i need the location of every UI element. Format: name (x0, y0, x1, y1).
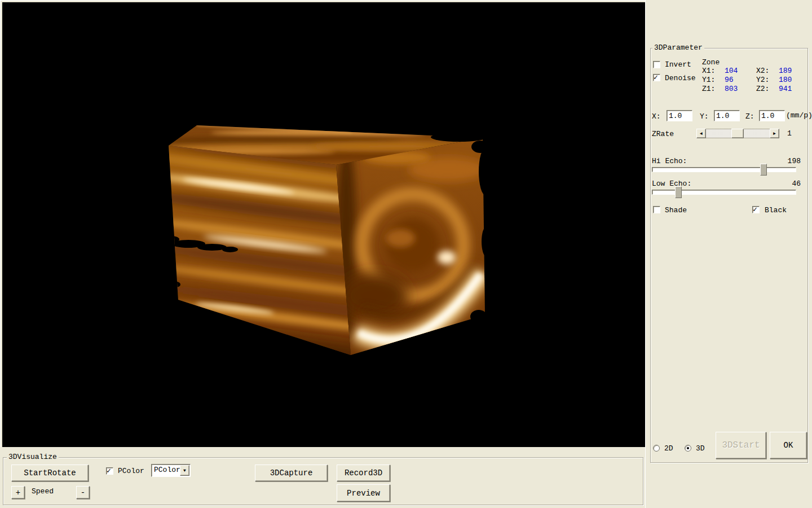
mode-2d-label: 2D (664, 444, 673, 453)
low-echo-track[interactable] (652, 190, 796, 195)
preview-button[interactable]: Preview (337, 484, 390, 502)
scale-unit-label: (mm/p) (786, 111, 812, 120)
speed-label: Speed (32, 487, 54, 496)
mode-3d-radio[interactable] (685, 445, 691, 452)
denoise-checkbox[interactable] (653, 74, 660, 81)
shade-label: Shade (665, 206, 687, 214)
start-rotate-button[interactable]: StartRotate (11, 465, 89, 481)
invert-checkbox[interactable] (653, 61, 660, 68)
zone-x2-label: X2: (756, 67, 769, 75)
zone-x1-value: 104 (725, 67, 738, 75)
arrow-left-icon: ◄ (700, 131, 703, 136)
zrate-scroll-left-button[interactable]: ◄ (696, 129, 706, 138)
denoise-label: Denoise (665, 74, 696, 82)
pcolor-select-value: PColor (154, 466, 180, 474)
visualize-panel: 3DVisualize StartRotate PColor PColor ▼ … (0, 447, 645, 508)
hi-echo-track[interactable] (652, 167, 796, 172)
low-echo-thumb[interactable] (675, 186, 682, 198)
y-scale-input[interactable] (714, 110, 740, 121)
black-label: Black (765, 206, 787, 214)
zone-y1-label: Y1: (702, 76, 715, 84)
low-echo-label: Low Echo: (652, 179, 691, 188)
start-3d-button[interactable]: 3DStart (716, 432, 766, 459)
zone-y2-value: 180 (779, 76, 792, 84)
zone-x1-label: X1: (702, 67, 715, 75)
ok-button[interactable]: OK (770, 432, 807, 459)
pcolor-select-dropdown-button[interactable]: ▼ (180, 465, 189, 476)
pcolor-label: PColor (118, 467, 144, 475)
speed-plus-button[interactable]: + (11, 486, 25, 499)
x-scale-label: X: (652, 112, 661, 121)
z-scale-label: Z: (745, 112, 754, 121)
y-scale-label: Y: (700, 112, 709, 121)
zrate-scrollbar: ◄ ► (696, 129, 779, 138)
record-3d-button[interactable]: Record3D (337, 465, 390, 481)
speed-minus-button[interactable]: - (76, 486, 90, 499)
parameter-group-title: 3DParameter (652, 44, 704, 52)
black-checkbox[interactable] (752, 206, 760, 213)
volume-render-image (2, 2, 645, 447)
capture-3d-button[interactable]: 3DCapture (255, 465, 328, 481)
x-scale-input[interactable] (667, 110, 692, 121)
z-scale-input[interactable] (759, 110, 785, 121)
zone-x2-value: 189 (779, 67, 792, 75)
zone-y2-label: Y2: (756, 76, 769, 84)
mode-3d-label: 3D (696, 444, 705, 453)
arrow-right-icon: ► (773, 131, 776, 136)
hi-echo-label: Hi Echo: (652, 157, 687, 165)
zone-z2-label: Z2: (756, 85, 769, 93)
zrate-scroll-thumb[interactable] (731, 129, 744, 138)
low-echo-value: 46 (758, 179, 801, 188)
mode-2d-radio[interactable] (653, 445, 660, 452)
zone-z2-value: 941 (779, 85, 792, 93)
shade-checkbox[interactable] (653, 206, 660, 213)
pcolor-select[interactable]: PColor ▼ (151, 464, 191, 477)
zone-z1-value: 803 (725, 85, 738, 93)
pcolor-checkbox[interactable] (106, 467, 113, 475)
visualize-group-title: 3DVisualize (7, 453, 59, 461)
zrate-label: ZRate (652, 130, 674, 138)
zone-z1-label: Z1: (702, 85, 715, 93)
chevron-down-icon: ▼ (183, 468, 186, 473)
zrate-scroll-right-button[interactable]: ► (770, 129, 779, 138)
application-window: 3DParameter Invert Denoise Zone X1: 104 … (0, 0, 812, 508)
invert-label: Invert (665, 60, 691, 69)
parameter-panel: 3DParameter Invert Denoise Zone X1: 104 … (645, 0, 812, 508)
hi-echo-thumb[interactable] (760, 164, 767, 176)
zone-title: Zone (702, 58, 720, 67)
render-viewport[interactable] (2, 2, 645, 447)
zone-y1-value: 96 (725, 76, 734, 84)
zrate-value: 1 (787, 129, 792, 138)
